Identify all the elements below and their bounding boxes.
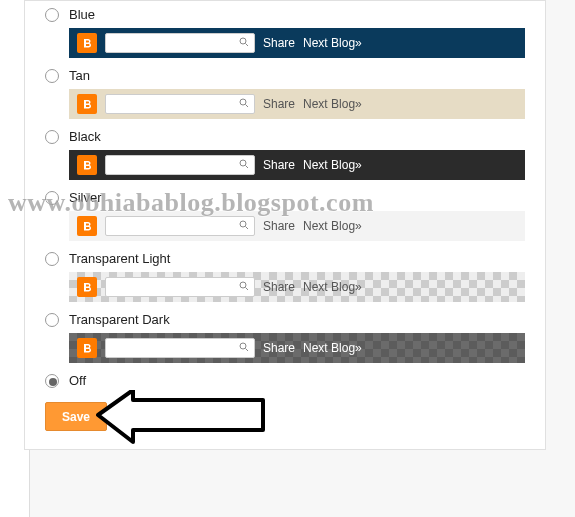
radio-option-transparent_light[interactable]: Transparent Light bbox=[45, 251, 525, 266]
radio-option-tan[interactable]: Tan bbox=[45, 68, 525, 83]
option-row-off: Off bbox=[45, 373, 525, 388]
next-blog-link: Next Blog» bbox=[303, 219, 362, 233]
radio-label-transparent_dark: Transparent Dark bbox=[69, 312, 170, 327]
radio-option-silver[interactable]: Silver bbox=[45, 190, 525, 205]
svg-line-9 bbox=[246, 287, 249, 290]
radio-transparent_dark[interactable] bbox=[45, 313, 59, 327]
svg-point-10 bbox=[240, 343, 246, 349]
radio-option-black[interactable]: Black bbox=[45, 129, 525, 144]
navbar-preview-transparent_light: Share Next Blog» bbox=[69, 272, 525, 302]
blogger-logo-icon bbox=[77, 94, 97, 114]
next-blog-link: Next Blog» bbox=[303, 158, 362, 172]
option-row-black: Black Share Next Blog» bbox=[45, 129, 525, 180]
next-blog-link: Next Blog» bbox=[303, 97, 362, 111]
radio-label-tan: Tan bbox=[69, 68, 90, 83]
navbar-preview-transparent_dark: Share Next Blog» bbox=[69, 333, 525, 363]
svg-line-11 bbox=[246, 348, 249, 351]
svg-line-1 bbox=[246, 43, 249, 46]
blogger-logo-icon bbox=[77, 33, 97, 53]
save-button[interactable]: Save bbox=[45, 402, 107, 431]
svg-point-6 bbox=[240, 221, 246, 227]
navbar-preview-black: Share Next Blog» bbox=[69, 150, 525, 180]
search-input-preview bbox=[105, 338, 255, 358]
navbar-style-modal: Blue Share Next Blog» Tan Share Next Blo… bbox=[24, 0, 546, 450]
navbar-preview-tan: Share Next Blog» bbox=[69, 89, 525, 119]
navbar-preview-silver: Share Next Blog» bbox=[69, 211, 525, 241]
svg-point-2 bbox=[240, 99, 246, 105]
option-row-blue: Blue Share Next Blog» bbox=[45, 7, 525, 58]
search-icon bbox=[238, 36, 250, 51]
svg-line-3 bbox=[246, 104, 249, 107]
option-row-transparent_dark: Transparent Dark Share Next Blog» bbox=[45, 312, 525, 363]
search-input-preview bbox=[105, 155, 255, 175]
search-input-preview bbox=[105, 216, 255, 236]
search-icon bbox=[238, 219, 250, 234]
blogger-logo-icon bbox=[77, 155, 97, 175]
search-input-preview bbox=[105, 33, 255, 53]
svg-line-5 bbox=[246, 165, 249, 168]
search-icon bbox=[238, 280, 250, 295]
radio-option-blue[interactable]: Blue bbox=[45, 7, 525, 22]
radio-tan[interactable] bbox=[45, 69, 59, 83]
option-row-transparent_light: Transparent Light Share Next Blog» bbox=[45, 251, 525, 302]
share-link: Share bbox=[263, 280, 295, 294]
next-blog-link: Next Blog» bbox=[303, 280, 362, 294]
blogger-logo-icon bbox=[77, 216, 97, 236]
svg-line-7 bbox=[246, 226, 249, 229]
next-blog-link: Next Blog» bbox=[303, 36, 362, 50]
share-link: Share bbox=[263, 158, 295, 172]
share-link: Share bbox=[263, 219, 295, 233]
option-row-silver: Silver Share Next Blog» bbox=[45, 190, 525, 241]
radio-black[interactable] bbox=[45, 130, 59, 144]
blogger-logo-icon bbox=[77, 338, 97, 358]
cancel-button[interactable]: Cancel bbox=[117, 402, 188, 431]
search-icon bbox=[238, 158, 250, 173]
radio-label-silver: Silver bbox=[69, 190, 102, 205]
share-link: Share bbox=[263, 341, 295, 355]
svg-point-0 bbox=[240, 38, 246, 44]
search-icon bbox=[238, 97, 250, 112]
radio-label-off: Off bbox=[69, 373, 86, 388]
radio-blue[interactable] bbox=[45, 8, 59, 22]
navbar-preview-blue: Share Next Blog» bbox=[69, 28, 525, 58]
radio-label-blue: Blue bbox=[69, 7, 95, 22]
button-row: Save Cancel bbox=[45, 402, 525, 431]
radio-label-transparent_light: Transparent Light bbox=[69, 251, 170, 266]
radio-option-off[interactable]: Off bbox=[45, 373, 525, 388]
search-input-preview bbox=[105, 277, 255, 297]
radio-transparent_light[interactable] bbox=[45, 252, 59, 266]
radio-off[interactable] bbox=[45, 374, 59, 388]
radio-label-black: Black bbox=[69, 129, 101, 144]
svg-point-8 bbox=[240, 282, 246, 288]
next-blog-link: Next Blog» bbox=[303, 341, 362, 355]
radio-option-transparent_dark[interactable]: Transparent Dark bbox=[45, 312, 525, 327]
radio-silver[interactable] bbox=[45, 191, 59, 205]
search-input-preview bbox=[105, 94, 255, 114]
share-link: Share bbox=[263, 36, 295, 50]
search-icon bbox=[238, 341, 250, 356]
svg-point-4 bbox=[240, 160, 246, 166]
option-row-tan: Tan Share Next Blog» bbox=[45, 68, 525, 119]
share-link: Share bbox=[263, 97, 295, 111]
blogger-logo-icon bbox=[77, 277, 97, 297]
